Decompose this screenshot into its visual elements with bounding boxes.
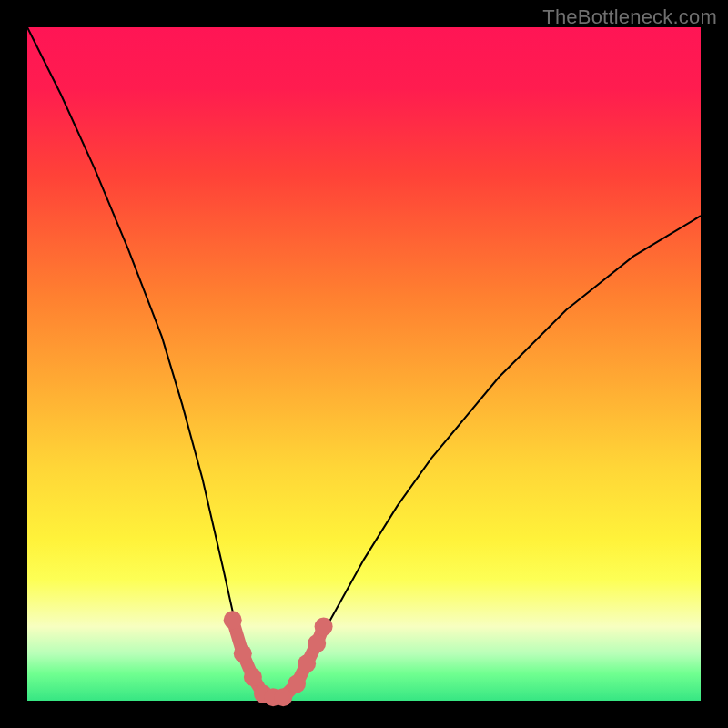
fit-marker [308,634,326,652]
watermark-text: TheBottleneck.com [542,5,717,29]
bottleneck-curve [27,27,701,701]
fit-marker [288,675,306,693]
fit-marker [315,618,333,636]
plot-area [27,27,701,701]
curve-layer [27,27,701,701]
chart-frame: TheBottleneck.com [0,0,728,728]
fit-marker [244,668,262,686]
fit-marker [234,644,252,662]
fit-marker [224,611,242,629]
fit-marker [274,688,292,706]
fit-marker [298,654,316,672]
